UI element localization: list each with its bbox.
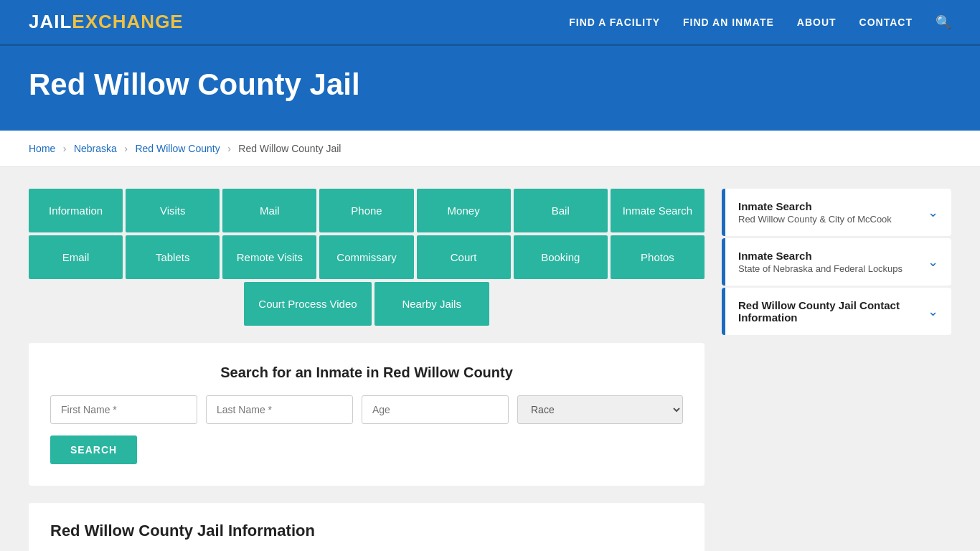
brand-jail: JAIL xyxy=(29,11,72,33)
breadcrumb-home[interactable]: Home xyxy=(29,143,55,154)
btn-bail[interactable]: Bail xyxy=(514,189,608,232)
brand-logo[interactable]: JAILEXCHANGE xyxy=(29,11,184,33)
btn-inmate-search[interactable]: Inmate Search xyxy=(611,189,705,232)
nav-contact[interactable]: CONTACT xyxy=(859,17,913,28)
sidebar-card-text-2: Red Willow County Jail Contact Informati… xyxy=(738,299,928,324)
search-button[interactable]: SEARCH xyxy=(50,435,137,464)
btn-court-process-video[interactable]: Court Process Video xyxy=(244,282,371,326)
page-title: Red Willow County Jail xyxy=(29,67,951,102)
nav-find-facility[interactable]: FIND A FACILITY xyxy=(569,17,660,28)
search-inputs: Race White Black Hispanic Asian Other xyxy=(50,395,683,424)
main-content: Information Visits Mail Phone Money Bail… xyxy=(0,167,980,551)
sidebar-card-2: Red Willow County Jail Contact Informati… xyxy=(722,288,951,335)
chevron-down-icon-0: ⌄ xyxy=(928,204,938,220)
btn-email[interactable]: Email xyxy=(29,235,123,279)
btn-money[interactable]: Money xyxy=(417,189,511,232)
brand-exchange: EXCHANGE xyxy=(72,11,183,33)
btn-nearby-jails[interactable]: Nearby Jails xyxy=(374,282,489,326)
sidebar-card-header-0[interactable]: Inmate Search Red Willow County & City o… xyxy=(722,189,951,236)
chevron-down-icon-1: ⌄ xyxy=(928,254,938,270)
info-title: Red Willow County Jail Information xyxy=(50,522,683,540)
sidebar-card-title-0: Inmate Search xyxy=(738,200,892,212)
sidebar-card-0: Inmate Search Red Willow County & City o… xyxy=(722,189,951,236)
breadcrumb-sep-3: › xyxy=(227,143,231,154)
btn-visits[interactable]: Visits xyxy=(126,189,220,232)
age-input[interactable] xyxy=(362,395,509,424)
sidebar-card-title-1: Inmate Search xyxy=(738,250,903,262)
breadcrumb: Home › Nebraska › Red Willow County › Re… xyxy=(0,131,980,167)
sidebar-card-header-1[interactable]: Inmate Search State of Nebraska and Fede… xyxy=(722,238,951,286)
chevron-down-icon-2: ⌄ xyxy=(928,303,938,319)
btn-court[interactable]: Court xyxy=(417,235,511,279)
nav-button-row-3: Court Process Video Nearby Jails xyxy=(29,282,705,326)
left-column: Information Visits Mail Phone Money Bail… xyxy=(29,189,705,551)
btn-phone[interactable]: Phone xyxy=(319,189,413,232)
race-select[interactable]: Race White Black Hispanic Asian Other xyxy=(517,395,683,424)
nav-about[interactable]: ABOUT xyxy=(797,17,837,28)
nav-button-row-2: Email Tablets Remote Visits Commissary C… xyxy=(29,235,705,279)
info-section: Red Willow County Jail Information xyxy=(29,503,705,551)
sidebar-card-title-2: Red Willow County Jail Contact Informati… xyxy=(738,299,928,324)
navbar: JAILEXCHANGE FIND A FACILITY FIND AN INM… xyxy=(0,0,980,46)
breadcrumb-sep-1: › xyxy=(63,143,67,154)
btn-booking[interactable]: Booking xyxy=(514,235,608,279)
search-icon-button[interactable]: 🔍 xyxy=(936,14,951,30)
sidebar-card-text-0: Inmate Search Red Willow County & City o… xyxy=(738,200,892,225)
btn-mail[interactable]: Mail xyxy=(222,189,316,232)
sidebar-card-header-2[interactable]: Red Willow County Jail Contact Informati… xyxy=(722,288,951,335)
right-sidebar: Inmate Search Red Willow County & City o… xyxy=(722,189,951,551)
breadcrumb-current: Red Willow County Jail xyxy=(238,143,341,154)
breadcrumb-nebraska[interactable]: Nebraska xyxy=(74,143,117,154)
search-section: Search for an Inmate in Red Willow Count… xyxy=(29,343,705,486)
search-title: Search for an Inmate in Red Willow Count… xyxy=(50,364,683,381)
navbar-links: FIND A FACILITY FIND AN INMATE ABOUT CON… xyxy=(569,14,951,30)
breadcrumb-county[interactable]: Red Willow County xyxy=(135,143,220,154)
last-name-input[interactable] xyxy=(206,395,353,424)
btn-remote-visits[interactable]: Remote Visits xyxy=(222,235,316,279)
btn-tablets[interactable]: Tablets xyxy=(126,235,220,279)
sidebar-card-text-1: Inmate Search State of Nebraska and Fede… xyxy=(738,250,903,274)
sidebar-card-1: Inmate Search State of Nebraska and Fede… xyxy=(722,238,951,286)
hero-section: Red Willow County Jail xyxy=(0,46,980,131)
nav-find-inmate[interactable]: FIND AN INMATE xyxy=(683,17,774,28)
btn-information[interactable]: Information xyxy=(29,189,123,232)
first-name-input[interactable] xyxy=(50,395,197,424)
btn-commissary[interactable]: Commissary xyxy=(319,235,413,279)
breadcrumb-sep-2: › xyxy=(124,143,128,154)
sidebar-card-subtitle-1: State of Nebraska and Federal Lockups xyxy=(738,263,903,274)
btn-photos[interactable]: Photos xyxy=(611,235,705,279)
nav-button-row-1: Information Visits Mail Phone Money Bail… xyxy=(29,189,705,232)
sidebar-card-subtitle-0: Red Willow County & City of McCook xyxy=(738,214,892,225)
